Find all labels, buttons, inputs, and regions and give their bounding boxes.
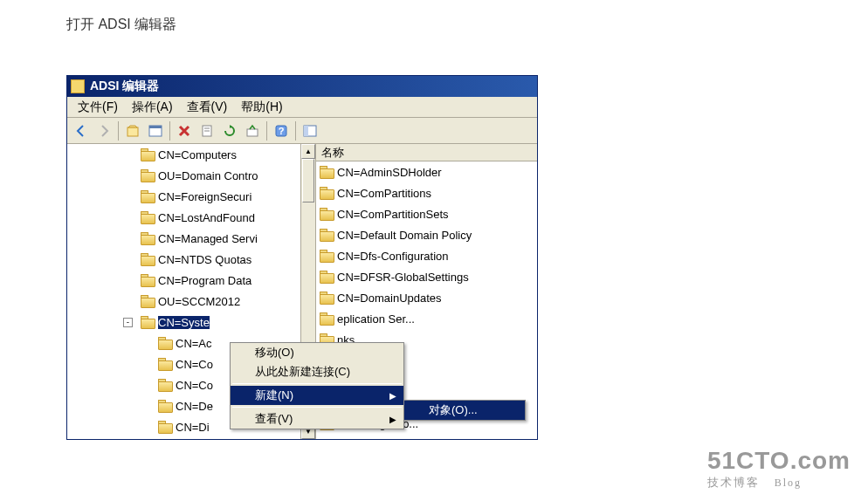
export-icon[interactable] — [242, 120, 263, 141]
scroll-thumb[interactable] — [302, 159, 314, 202]
up-icon[interactable] — [122, 120, 143, 141]
menu-action[interactable]: 操作(A) — [125, 97, 180, 118]
submenu-arrow-icon: ▶ — [389, 415, 396, 424]
folder-icon — [158, 421, 172, 433]
folder-icon — [320, 271, 334, 283]
folder-icon — [158, 379, 172, 391]
tree-item-label: CN=LostAndFound — [158, 211, 255, 224]
context-menu-item[interactable]: 移动(O) — [231, 343, 403, 362]
svg-text:?: ? — [279, 126, 285, 136]
list-item-label: CN=ComPartitionSets — [337, 208, 449, 221]
folder-icon — [141, 274, 155, 286]
folder-icon — [320, 250, 334, 262]
refresh-icon[interactable] — [219, 120, 240, 141]
folder-icon — [320, 292, 334, 304]
list-item-label: CN=ComPartitions — [337, 187, 431, 200]
tree-item[interactable]: CN=NTDS Quotas — [67, 249, 315, 270]
folder-icon — [320, 166, 334, 178]
folder-icon — [158, 400, 172, 412]
menu-file[interactable]: 文件(F) — [71, 97, 125, 118]
list-item-label: CN=DFSR-GlobalSettings — [337, 271, 469, 284]
folder-icon — [141, 148, 155, 161]
list-item[interactable]: CN=ComPartitionSets — [316, 203, 537, 224]
context-submenu: 对象(O)... — [403, 400, 526, 421]
tree-item[interactable]: OU=Domain Contro — [67, 165, 315, 186]
tree-item-label: OU=SCCM2012 — [158, 295, 240, 308]
folder-icon — [141, 190, 155, 202]
list-header-name[interactable]: 名称 — [316, 144, 537, 161]
folder-icon — [141, 253, 155, 265]
submenu-item-label: 对象(O)... — [429, 402, 478, 418]
toolbar-sep — [169, 121, 170, 141]
folder-icon — [141, 295, 155, 307]
list-item-label: CN=DomainUpdates — [337, 292, 442, 305]
submenu-item[interactable]: 对象(O)... — [404, 401, 525, 420]
tree-item-label: CN=Managed Servi — [158, 232, 258, 245]
watermark-logo: 51CTO.com — [707, 447, 851, 475]
tree-item-label: CN=ForeignSecuri — [158, 190, 251, 203]
tree-item-label: CN=Di — [176, 421, 210, 434]
tree-item-label: CN=Computers — [158, 148, 237, 161]
tree-item-label: CN=NTDS Quotas — [158, 253, 251, 266]
tree-item[interactable]: CN=Managed Servi — [67, 228, 315, 249]
help-icon[interactable]: ? — [271, 120, 292, 141]
back-icon[interactable] — [71, 120, 92, 141]
context-menu-item[interactable]: 新建(N)▶ — [231, 386, 403, 405]
folder-icon — [141, 211, 155, 223]
menu-item-label: 查看(V) — [255, 411, 293, 427]
titlebar[interactable]: ADSI 编辑器 — [67, 76, 537, 97]
submenu-arrow-icon: ▶ — [389, 391, 396, 401]
scroll-up-icon[interactable]: ▲ — [301, 144, 315, 159]
list-item[interactable]: CN=ComPartitions — [316, 182, 537, 203]
menu-view[interactable]: 查看(V) — [180, 97, 235, 118]
folder-icon — [158, 358, 172, 370]
tree-item-label: CN=Co — [176, 358, 213, 371]
list-item[interactable]: eplication Ser... — [316, 308, 537, 329]
context-menu-item[interactable]: 查看(V)▶ — [231, 409, 403, 429]
list-item[interactable]: CN=DFSR-GlobalSettings — [316, 266, 537, 287]
list-item[interactable]: CN=Default Domain Policy — [316, 224, 537, 245]
list-item-label: CN=Dfs-Configuration — [337, 250, 449, 263]
app-icon — [71, 79, 85, 93]
list-item[interactable]: CN=AdminSDHolder — [316, 161, 537, 182]
folder-icon — [141, 169, 155, 182]
svg-rect-10 — [304, 126, 308, 136]
tree-item[interactable]: CN=Di — [67, 437, 315, 439]
tree-item-label: CN=Syste — [158, 316, 210, 329]
folder-icon — [320, 229, 334, 241]
tree-item[interactable]: OU=SCCM2012 — [67, 291, 315, 312]
menu-item-label: 新建(N) — [255, 388, 293, 403]
menubar: 文件(F) 操作(A) 查看(V) 帮助(H) — [67, 97, 537, 118]
folder-icon — [141, 316, 155, 328]
tree-item-label: CN=Co — [176, 379, 213, 392]
menu-help[interactable]: 帮助(H) — [234, 97, 289, 118]
tree-icon[interactable] — [300, 120, 320, 141]
pane-icon[interactable] — [145, 120, 166, 141]
tree-item[interactable]: CN=ForeignSecuri — [67, 186, 315, 207]
list-item-label: CN=AdminSDHolder — [337, 166, 442, 179]
folder-icon — [320, 312, 334, 325]
delete-icon[interactable] — [174, 120, 195, 141]
tree-item[interactable]: CN=Program Data — [67, 270, 315, 291]
tree-item-label: CN=Ac — [176, 337, 212, 350]
properties-icon[interactable] — [196, 120, 217, 141]
tree-item-label: CN=Program Data — [158, 274, 251, 287]
svg-rect-2 — [149, 126, 162, 128]
menu-separator — [232, 407, 402, 408]
watermark: 51CTO.com 技术博客 Blog — [707, 447, 851, 491]
tree-item-label: OU=Domain Contro — [158, 169, 258, 182]
tree-item[interactable]: -CN=Syste — [67, 312, 315, 333]
toolbar-sep — [118, 121, 119, 141]
svg-rect-0 — [127, 127, 138, 136]
list-item[interactable]: CN=DomainUpdates — [316, 287, 537, 308]
menu-item-label: 移动(O) — [255, 345, 294, 360]
list-item[interactable]: CN=Dfs-Configuration — [316, 245, 537, 266]
tree-item-label: CN=De — [176, 400, 213, 413]
context-menu-item[interactable]: 从此处新建连接(C) — [231, 362, 403, 381]
tree-item[interactable]: CN=Computers — [67, 144, 315, 165]
tree-item[interactable]: CN=LostAndFound — [67, 207, 315, 228]
forward-icon[interactable] — [93, 120, 114, 141]
folder-icon — [320, 208, 334, 220]
folder-icon — [320, 187, 334, 199]
expander-icon[interactable]: - — [123, 318, 133, 327]
